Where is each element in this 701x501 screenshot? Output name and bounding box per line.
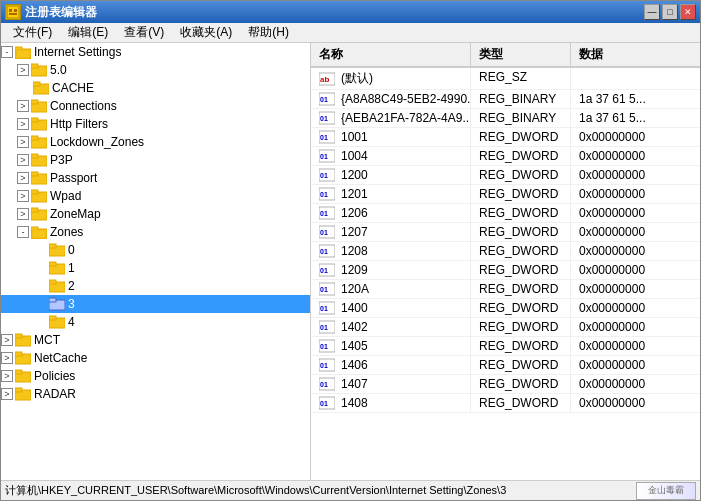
table-panel: 名称 类型 数据 ab(默认)REG_SZ01{A8A88C49-5EB2-49…: [311, 43, 700, 480]
table-row[interactable]: 011406REG_DWORD0x00000000: [311, 356, 700, 375]
tree-item-zone-2[interactable]: 2: [1, 277, 310, 295]
tree-label-passport: Passport: [50, 171, 97, 185]
cell-type: REG_DWORD: [471, 299, 571, 317]
tree-toggle-zone-4[interactable]: [33, 316, 47, 328]
menu-item[interactable]: 查看(V): [116, 22, 172, 43]
cell-name: 01{AEBA21FA-782A-4A9...: [311, 109, 471, 127]
svg-text:01: 01: [320, 210, 328, 217]
svg-rect-0: [7, 6, 19, 18]
name-text: 1201: [341, 187, 368, 201]
tree-toggle-zone-1[interactable]: [33, 262, 47, 274]
tree-item-p3p[interactable]: >P3P: [1, 151, 310, 169]
menu-item[interactable]: 文件(F): [5, 22, 60, 43]
tree-label-cache: CACHE: [52, 81, 94, 95]
cell-type: REG_DWORD: [471, 128, 571, 146]
reg-icon: 01: [319, 111, 335, 125]
cell-data: 0x00000000: [571, 375, 700, 393]
close-button[interactable]: ✕: [680, 4, 696, 20]
tree-toggle-zones[interactable]: -: [17, 226, 29, 238]
svg-text:01: 01: [320, 134, 328, 141]
table-row[interactable]: 011207REG_DWORD0x00000000: [311, 223, 700, 242]
table-body[interactable]: ab(默认)REG_SZ01{A8A88C49-5EB2-4990...REG_…: [311, 68, 700, 480]
name-text: 1206: [341, 206, 368, 220]
tree-item-cache[interactable]: CACHE: [1, 79, 310, 97]
tree-label-lockdown-zones: Lockdown_Zones: [50, 135, 144, 149]
tree-item-zone-3[interactable]: 3: [1, 295, 310, 313]
table-row[interactable]: 011200REG_DWORD0x00000000: [311, 166, 700, 185]
table-row[interactable]: 011001REG_DWORD0x00000000: [311, 128, 700, 147]
tree-item-http-filters[interactable]: >Http Filters: [1, 115, 310, 133]
table-row[interactable]: 011407REG_DWORD0x00000000: [311, 375, 700, 394]
tree-toggle-zonemap[interactable]: >: [17, 208, 29, 220]
table-row[interactable]: 011201REG_DWORD0x00000000: [311, 185, 700, 204]
tree-toggle-passport[interactable]: >: [17, 172, 29, 184]
table-row[interactable]: 01{AEBA21FA-782A-4A9...REG_BINARY1a 37 6…: [311, 109, 700, 128]
tree-item-netcache[interactable]: >NetCache: [1, 349, 310, 367]
svg-text:01: 01: [320, 248, 328, 255]
table-row[interactable]: 01120AREG_DWORD0x00000000: [311, 280, 700, 299]
tree-toggle-p3p[interactable]: >: [17, 154, 29, 166]
cell-type: REG_DWORD: [471, 337, 571, 355]
tree-toggle-zone-0[interactable]: [33, 244, 47, 256]
table-row[interactable]: 011208REG_DWORD0x00000000: [311, 242, 700, 261]
tree-toggle-http-filters[interactable]: >: [17, 118, 29, 130]
cell-name: 011004: [311, 147, 471, 165]
svg-text:ab: ab: [320, 75, 329, 84]
tree-toggle-wpad[interactable]: >: [17, 190, 29, 202]
svg-rect-43: [15, 370, 22, 374]
col-data-header: 数据: [571, 43, 700, 66]
title-bar-left: 注册表编辑器: [5, 4, 97, 21]
tree-item-mct[interactable]: >MCT: [1, 331, 310, 349]
tree-item-zonemap[interactable]: >ZoneMap: [1, 205, 310, 223]
svg-rect-24: [31, 208, 38, 212]
svg-rect-8: [31, 64, 38, 68]
minimize-button[interactable]: —: [644, 4, 660, 20]
tree-toggle-internet-settings[interactable]: -: [1, 46, 13, 58]
tree-label-zones: Zones: [50, 225, 83, 239]
table-row[interactable]: 011402REG_DWORD0x00000000: [311, 318, 700, 337]
table-row[interactable]: 011408REG_DWORD0x00000000: [311, 394, 700, 413]
tree-item-radar[interactable]: >RADAR: [1, 385, 310, 403]
table-row[interactable]: 01{A8A88C49-5EB2-4990...REG_BINARY1a 37 …: [311, 90, 700, 109]
tree-item-zone-4[interactable]: 4: [1, 313, 310, 331]
tree-item-passport[interactable]: >Passport: [1, 169, 310, 187]
folder-icon-mct: [15, 333, 31, 347]
tree-toggle-netcache[interactable]: >: [1, 352, 13, 364]
cell-type: REG_DWORD: [471, 280, 571, 298]
menu-item[interactable]: 收藏夹(A): [172, 22, 240, 43]
table-row[interactable]: 011400REG_DWORD0x00000000: [311, 299, 700, 318]
table-row[interactable]: ab(默认)REG_SZ: [311, 68, 700, 90]
svg-text:01: 01: [320, 381, 328, 388]
tree-toggle-radar[interactable]: >: [1, 388, 13, 400]
tree-panel[interactable]: -Internet Settings>5.0CACHE>Connections>…: [1, 43, 311, 480]
table-row[interactable]: 011209REG_DWORD0x00000000: [311, 261, 700, 280]
table-row[interactable]: 011405REG_DWORD0x00000000: [311, 337, 700, 356]
table-row[interactable]: 011206REG_DWORD0x00000000: [311, 204, 700, 223]
tree-toggle-policies[interactable]: >: [1, 370, 13, 382]
tree-toggle-zone-2[interactable]: [33, 280, 47, 292]
menu-item[interactable]: 帮助(H): [240, 22, 297, 43]
tree-toggle-mct[interactable]: >: [1, 334, 13, 346]
tree-toggle-lockdown-zones[interactable]: >: [17, 136, 29, 148]
cell-data: [571, 68, 700, 89]
table-row[interactable]: 011004REG_DWORD0x00000000: [311, 147, 700, 166]
svg-rect-1: [9, 9, 12, 12]
tree-toggle-connections[interactable]: >: [17, 100, 29, 112]
maximize-button[interactable]: □: [662, 4, 678, 20]
tree-item-connections[interactable]: >Connections: [1, 97, 310, 115]
tree-toggle-zone-3[interactable]: [33, 298, 47, 310]
tree-toggle-cache[interactable]: [17, 82, 31, 94]
tree-item-wpad[interactable]: >Wpad: [1, 187, 310, 205]
tree-item-zone-0[interactable]: 0: [1, 241, 310, 259]
tree-item-internet-settings[interactable]: -Internet Settings: [1, 43, 310, 61]
tree-item-policies[interactable]: >Policies: [1, 367, 310, 385]
name-text: 1408: [341, 396, 368, 410]
menu-item[interactable]: 编辑(E): [60, 22, 116, 43]
tree-item-lockdown-zones[interactable]: >Lockdown_Zones: [1, 133, 310, 151]
tree-toggle-5.0[interactable]: >: [17, 64, 29, 76]
tree-item-5.0[interactable]: >5.0: [1, 61, 310, 79]
cell-data: 0x00000000: [571, 242, 700, 260]
svg-rect-2: [14, 9, 17, 12]
tree-item-zone-1[interactable]: 1: [1, 259, 310, 277]
tree-item-zones[interactable]: -Zones: [1, 223, 310, 241]
